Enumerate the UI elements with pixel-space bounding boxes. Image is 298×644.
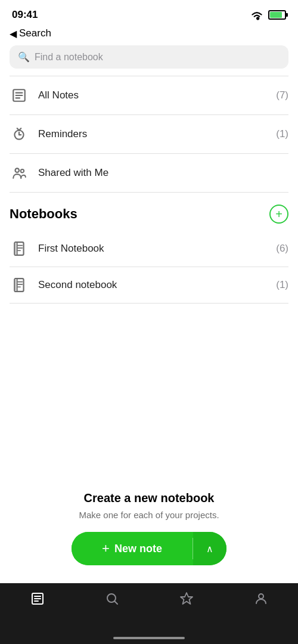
reminders-item[interactable]: Reminders (1) [0, 115, 298, 153]
tab-bar [0, 583, 298, 637]
tab-search[interactable] [74, 592, 149, 606]
home-indicator [0, 637, 298, 644]
reminders-count: (1) [276, 128, 288, 140]
back-arrow-icon: ◀ [10, 28, 17, 39]
shared-label: Shared with Me [38, 167, 279, 179]
svg-marker-25 [181, 593, 193, 604]
back-label: Search [19, 27, 51, 39]
notebook-icon-second [10, 275, 29, 295]
status-icons [249, 7, 286, 23]
wifi-icon [249, 7, 265, 23]
shared-item[interactable]: Shared with Me [0, 154, 298, 192]
first-notebook-count: (6) [276, 243, 288, 255]
all-notes-icon [10, 86, 29, 105]
create-area: Create a new notebook Make one for each … [0, 304, 298, 583]
notes-tab-icon [30, 592, 45, 606]
tab-shortcuts[interactable] [149, 592, 224, 606]
new-note-label: New note [114, 543, 162, 555]
search-container: 🔍 Find a notebook [0, 45, 298, 76]
status-bar: 09:41 [0, 0, 298, 25]
all-notes-label: All Notes [38, 89, 266, 101]
account-tab-icon [254, 592, 268, 606]
search-tab-icon [105, 592, 119, 606]
shared-icon [10, 163, 29, 182]
second-notebook-item[interactable]: Second notebook (1) [0, 267, 298, 303]
shortcuts-tab-icon [179, 592, 194, 606]
svg-line-24 [114, 602, 117, 605]
home-bar [113, 637, 185, 639]
reminders-icon [10, 125, 29, 144]
new-note-plus-icon: + [102, 541, 110, 556]
search-icon: 🔍 [18, 51, 30, 63]
first-notebook-label: First Notebook [38, 243, 266, 255]
status-time: 09:41 [12, 9, 38, 21]
add-notebook-button[interactable]: + [269, 205, 288, 224]
new-note-button[interactable]: + New note [72, 532, 193, 565]
all-notes-item[interactable]: All Notes (7) [0, 76, 298, 114]
back-navigation[interactable]: ◀ Search [0, 25, 298, 45]
create-subtitle: Make one for each of your projects. [79, 510, 219, 520]
reminders-label: Reminders [38, 128, 266, 140]
new-note-expand-button[interactable]: ∧ [193, 532, 226, 565]
notebook-icon-first [10, 239, 29, 258]
all-notes-count: (7) [276, 89, 288, 101]
second-notebook-count: (1) [276, 279, 288, 291]
notebooks-header: Notebooks + [0, 193, 298, 231]
battery-icon [268, 10, 286, 20]
notebooks-title: Notebooks [10, 206, 77, 222]
new-note-container: + New note ∧ [72, 532, 226, 565]
search-placeholder: Find a notebook [35, 52, 103, 63]
search-bar[interactable]: 🔍 Find a notebook [10, 45, 288, 69]
svg-point-7 [15, 168, 20, 172]
battery-fill [270, 12, 282, 18]
tab-notes[interactable] [0, 592, 74, 606]
tab-account[interactable] [224, 592, 298, 606]
create-title: Create a new notebook [84, 491, 215, 505]
svg-point-8 [21, 169, 24, 172]
second-notebook-label: Second notebook [38, 279, 266, 291]
svg-point-26 [259, 594, 263, 599]
svg-rect-10 [14, 242, 17, 255]
chevron-up-icon: ∧ [206, 543, 213, 555]
svg-rect-15 [14, 278, 17, 292]
first-notebook-item[interactable]: First Notebook (6) [0, 231, 298, 267]
